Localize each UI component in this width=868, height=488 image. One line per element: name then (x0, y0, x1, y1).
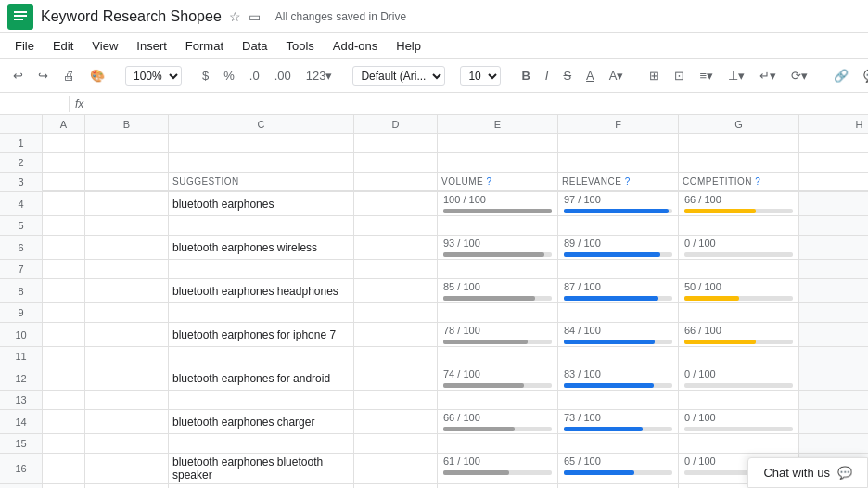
menu-view[interactable]: View (84, 37, 125, 55)
title-icons: ☆ ▭ (229, 9, 261, 24)
chat-icon: 💬 (837, 466, 852, 480)
menu-data[interactable]: Data (235, 37, 274, 55)
suggestion-cell[interactable]: bluetooth earphones for iphone 7 (169, 323, 354, 346)
suggestion-cell[interactable]: bluetooth earphones (169, 192, 354, 215)
competition-cell[interactable]: 66 / 100 (679, 192, 799, 215)
paint-format-button[interactable]: 🎨 (84, 67, 110, 84)
table-row: 17 (0, 484, 868, 488)
col-header-e[interactable]: E (438, 115, 558, 133)
comment-button[interactable]: 💬 (858, 67, 868, 84)
col-header-g[interactable]: G (679, 115, 799, 133)
row-num-corner (0, 115, 43, 133)
folder-icon[interactable]: ▭ (249, 9, 261, 24)
competition-cell[interactable]: 0 / 100 (679, 366, 799, 390)
col-header-h[interactable]: H (799, 115, 868, 133)
star-icon[interactable]: ☆ (229, 9, 241, 24)
table-row: 14 bluetooth earphones charger 66 / 100 … (0, 410, 868, 434)
menu-insert[interactable]: Insert (129, 37, 174, 55)
decimal0-button[interactable]: .0 (244, 67, 265, 84)
relevance-header[interactable]: RELEVANCE ? (558, 173, 679, 191)
competition-cell[interactable]: 66 / 100 (679, 323, 799, 346)
align-button[interactable]: ≡▾ (694, 67, 719, 84)
relevance-cell[interactable]: 84 / 100 (558, 323, 679, 346)
table-row: 6 bluetooth earphones wireless 93 / 100 … (0, 236, 868, 260)
rotate-button[interactable]: ⟳▾ (785, 67, 813, 84)
table-row: 15 (0, 434, 868, 454)
col-header-f[interactable]: F (558, 115, 679, 133)
col-header-c[interactable]: C (169, 115, 354, 133)
italic-button[interactable]: I (540, 67, 555, 84)
svg-rect-3 (14, 19, 23, 20)
fx-label: fx (75, 97, 83, 110)
col-header-a[interactable]: A (43, 115, 85, 133)
relevance-cell[interactable]: 83 / 100 (558, 366, 679, 390)
bold-button[interactable]: B (516, 67, 535, 84)
print-button[interactable]: 🖨 (57, 67, 81, 84)
merge-button[interactable]: ⊡ (669, 67, 690, 84)
menu-file[interactable]: File (7, 37, 42, 55)
competition-cell[interactable]: 0 / 100 (679, 410, 799, 433)
zoom-select[interactable]: 100% (125, 66, 182, 86)
underline-button[interactable]: A (581, 67, 600, 84)
volume-cell[interactable]: 93 / 100 (438, 236, 558, 259)
font-size-select[interactable]: 10 (460, 66, 501, 86)
strikethrough-button[interactable]: S (557, 67, 577, 84)
decimal2-button[interactable]: .00 (269, 67, 297, 84)
suggestion-cell[interactable]: bluetooth earphones for android (169, 366, 354, 390)
percent-button[interactable]: % (218, 67, 240, 84)
menu-help[interactable]: Help (389, 37, 428, 55)
menu-format[interactable]: Format (178, 37, 231, 55)
volume-cell[interactable]: 100 / 100 (438, 192, 558, 215)
relevance-cell[interactable]: 73 / 100 (558, 410, 679, 433)
relevance-cell[interactable]: 87 / 100 (558, 279, 679, 302)
col-header-d[interactable]: D (354, 115, 438, 133)
font-select[interactable]: Default (Ari... (352, 66, 445, 86)
volume-cell[interactable]: 74 / 100 (438, 366, 558, 390)
volume-header[interactable]: VOLUME ? (438, 173, 558, 191)
suggestion-cell[interactable]: bluetooth earphones wireless (169, 236, 354, 259)
suggestion-cell[interactable]: bluetooth earphones headphones (169, 279, 354, 302)
title-bar: Keyword Research Shopee ☆ ▭ All changes … (0, 0, 868, 33)
volume-cell[interactable]: 61 / 100 (438, 454, 558, 483)
link-button[interactable]: 🔗 (828, 67, 854, 84)
suggestion-cell[interactable]: bluetooth earphones bluetooth speaker (169, 454, 354, 483)
currency-button[interactable]: $ (197, 67, 214, 84)
column-headers: A B C D E F G H I J (0, 115, 868, 134)
chat-widget[interactable]: Chat with us 💬 (747, 457, 868, 488)
menu-tools[interactable]: Tools (278, 37, 321, 55)
svg-rect-1 (14, 11, 27, 13)
suggestion-header[interactable]: SUGGESTION (169, 173, 354, 191)
table-row: 1 (0, 134, 868, 153)
volume-cell[interactable]: 85 / 100 (438, 279, 558, 302)
borders-button[interactable]: ⊞ (644, 67, 665, 84)
valign-button[interactable]: ⊥▾ (722, 67, 750, 84)
competition-cell[interactable]: 50 / 100 (679, 279, 799, 302)
suggestion-cell[interactable]: bluetooth earphones charger (169, 410, 354, 433)
table-row: 9 (0, 303, 868, 323)
table-row: 10 bluetooth earphones for iphone 7 78 /… (0, 323, 868, 347)
table-row: 13 (0, 391, 868, 410)
table-header-row: 3 SUGGESTION VOLUME ? RELEVANCE ? COMPET… (0, 173, 868, 192)
svg-rect-2 (14, 15, 27, 17)
wrap-button[interactable]: ↵▾ (754, 67, 782, 84)
table-row: 16 bluetooth earphones bluetooth speaker… (0, 454, 868, 484)
doc-title: Keyword Research Shopee (41, 8, 222, 25)
toolbar: ↩ ↪ 🖨 🎨 100% $ % .0 .00 123▾ Default (Ar… (0, 59, 868, 93)
redo-button[interactable]: ↪ (32, 67, 54, 84)
undo-button[interactable]: ↩ (7, 67, 29, 84)
relevance-cell[interactable]: 97 / 100 (558, 192, 679, 215)
col-header-b[interactable]: B (85, 115, 169, 133)
relevance-cell[interactable]: 65 / 100 (558, 454, 679, 483)
data-rows-container: 4 bluetooth earphones 100 / 100 97 / 100… (0, 192, 868, 488)
table-row: 4 bluetooth earphones 100 / 100 97 / 100… (0, 192, 868, 216)
menu-addons[interactable]: Add-ons (326, 37, 385, 55)
volume-cell[interactable]: 78 / 100 (438, 323, 558, 346)
competition-header[interactable]: COMPETITION ? (679, 173, 799, 191)
relevance-cell[interactable]: 89 / 100 (558, 236, 679, 259)
format123-button[interactable]: 123▾ (300, 67, 338, 84)
menu-edit[interactable]: Edit (45, 37, 81, 55)
fill-color-button[interactable]: A▾ (604, 67, 630, 84)
competition-cell[interactable]: 0 / 100 (679, 236, 799, 259)
spreadsheet: A B C D E F G H I J 1 2 (0, 115, 868, 488)
volume-cell[interactable]: 66 / 100 (438, 410, 558, 433)
